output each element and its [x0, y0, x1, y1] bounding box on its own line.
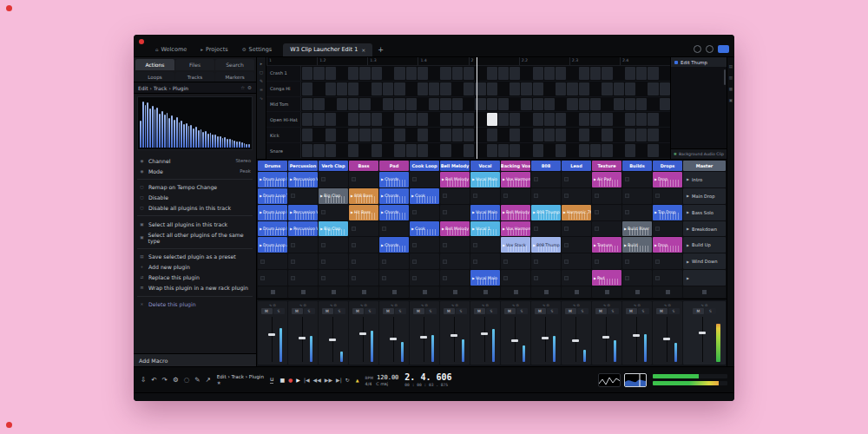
menu-item-wrap-this-plugin-in-a-new-rack-plugin[interactable]: ⊞Wrap this plugin in a new rack plugin: [134, 283, 256, 293]
drum-step[interactable]: [487, 67, 497, 80]
fader-handle[interactable]: [481, 332, 488, 335]
drum-step[interactable]: [602, 128, 612, 141]
drum-step[interactable]: [406, 67, 417, 80]
drum-step[interactable]: [579, 144, 589, 157]
drum-step[interactable]: [590, 98, 601, 111]
pan-knob[interactable]: ∿ ⊙: [685, 302, 724, 308]
fader-area[interactable]: [294, 316, 313, 363]
mute-button[interactable]: M: [261, 308, 273, 314]
drum-step[interactable]: [487, 98, 497, 111]
clip-play-icon[interactable]: ▶: [624, 243, 627, 247]
clip-slot[interactable]: [379, 221, 409, 237]
drum-steps[interactable]: [301, 66, 670, 81]
clip-play-icon[interactable]: ▶: [381, 177, 384, 181]
fader-handle[interactable]: [542, 337, 549, 339]
clip-slot[interactable]: [258, 253, 287, 269]
drum-step[interactable]: [567, 128, 577, 141]
drum-step[interactable]: [418, 98, 428, 111]
output-scope-display[interactable]: [624, 373, 647, 387]
drum-step[interactable]: [348, 128, 358, 141]
clip-play-icon[interactable]: ▶: [654, 243, 657, 247]
drum-step[interactable]: [406, 113, 417, 126]
clip-chords[interactable]: ▶Chords: [379, 188, 409, 204]
drum-step[interactable]: [533, 67, 543, 80]
drum-step[interactable]: [648, 67, 658, 80]
draw-icon[interactable]: ✎: [194, 376, 200, 384]
drum-step[interactable]: [487, 113, 497, 126]
drum-step[interactable]: [383, 82, 393, 95]
clip-play-icon[interactable]: ▶: [381, 210, 384, 214]
clip-pad[interactable]: ▶Pad: [592, 270, 621, 286]
drum-step[interactable]: [498, 67, 509, 80]
pointer-tool-icon[interactable]: ▸: [260, 62, 262, 66]
clip-play-icon[interactable]: ▶: [320, 227, 323, 231]
drum-step[interactable]: [567, 144, 577, 157]
column-header-builds[interactable]: Builds: [622, 161, 652, 171]
clip-slot[interactable]: [622, 188, 652, 204]
drum-step[interactable]: [372, 67, 382, 80]
clip-slot[interactable]: [440, 270, 470, 286]
app-badge-icon[interactable]: [718, 45, 729, 53]
drum-step[interactable]: [567, 67, 577, 80]
clip-slot[interactable]: [288, 188, 318, 204]
clip-play-icon[interactable]: ▶: [503, 210, 505, 214]
pan-knob[interactable]: ∿ ⊙: [351, 302, 377, 308]
clip-slot[interactable]: [288, 253, 318, 269]
fader-handle[interactable]: [511, 339, 518, 342]
drum-step[interactable]: [337, 128, 347, 141]
drum-step[interactable]: [498, 144, 509, 157]
pan-knob[interactable]: ∿ ⊙: [442, 302, 468, 308]
menu-item-disable-all-plugins-in-this-track[interactable]: ▢Disable all plugins in this track: [134, 203, 256, 214]
clip-slot[interactable]: [501, 253, 530, 269]
drum-step[interactable]: [406, 82, 417, 95]
return-to-start-button[interactable]: |◀: [304, 377, 310, 383]
drum-step[interactable]: [348, 144, 358, 157]
drum-step[interactable]: [614, 144, 624, 157]
stop-clips-button[interactable]: [501, 286, 530, 298]
clip-drum-loop-full[interactable]: ▶Drum Loop Full: [258, 221, 287, 237]
drum-step[interactable]: [625, 113, 635, 126]
drum-step[interactable]: [602, 98, 612, 111]
drum-step[interactable]: [602, 113, 612, 126]
clip-play-icon[interactable]: ▶: [290, 210, 293, 214]
drum-step[interactable]: [394, 113, 404, 126]
clip-slot[interactable]: [622, 172, 652, 187]
fader-handle[interactable]: [602, 336, 609, 339]
drum-step[interactable]: [590, 113, 601, 126]
drum-step[interactable]: [359, 128, 370, 141]
drum-step[interactable]: [302, 82, 312, 95]
clip-slot[interactable]: [440, 205, 470, 220]
browser-list[interactable]: [671, 67, 727, 148]
clip-slot[interactable]: [470, 253, 500, 269]
clip-slot[interactable]: [562, 188, 591, 204]
range-tool-icon[interactable]: ▢: [260, 70, 264, 75]
drum-step[interactable]: [406, 98, 417, 111]
stop-clips-button[interactable]: [622, 286, 652, 298]
drum-step[interactable]: [556, 67, 566, 80]
clip-play-icon[interactable]: ▶: [472, 227, 475, 231]
stop-clips-button[interactable]: [531, 286, 561, 298]
star-icon[interactable]: ☆: [240, 85, 245, 90]
drum-step[interactable]: [302, 98, 312, 111]
clip-slot[interactable]: [653, 270, 682, 286]
menu-item-mode[interactable]: ◉ModePeak: [134, 166, 256, 176]
drum-step[interactable]: [326, 67, 336, 80]
fader-handle[interactable]: [329, 339, 336, 341]
mixer-toggle-icon[interactable]: ▥: [729, 76, 733, 80]
tempo-display[interactable]: BPM 120.00 4/4 C maj: [365, 374, 399, 386]
menu-item-select-all-other-plugins-of-the-same-type[interactable]: ▣Select all other plugins of the same ty…: [134, 229, 256, 246]
go-to-end-button[interactable]: ▶|: [336, 377, 342, 383]
clip-play-icon[interactable]: ▶: [594, 276, 596, 280]
drum-steps[interactable]: [301, 82, 670, 96]
redo-icon[interactable]: ↷: [162, 376, 168, 384]
drum-step[interactable]: [510, 128, 520, 141]
fader-area[interactable]: [689, 316, 721, 363]
drum-step[interactable]: [440, 82, 450, 95]
favorite-star-icon[interactable]: ★: [217, 380, 264, 385]
drum-step[interactable]: [556, 113, 566, 126]
clip-play-icon[interactable]: ▶: [442, 177, 444, 181]
drum-step[interactable]: [464, 67, 474, 80]
drum-step[interactable]: [510, 98, 520, 111]
solo-button[interactable]: S: [456, 308, 467, 314]
pan-knob[interactable]: ∿ ⊙: [503, 302, 529, 308]
